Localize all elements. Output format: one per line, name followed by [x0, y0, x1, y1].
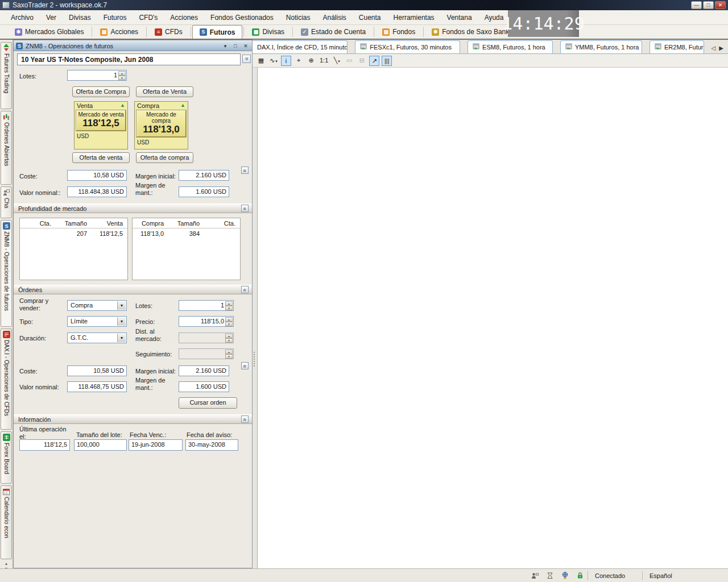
depth-cell[interactable]: 207 — [56, 228, 92, 238]
orders-collapse-button[interactable]: « — [241, 286, 249, 293]
menu-cuenta[interactable]: Cuenta — [353, 11, 387, 24]
sidebar-tab-forex-board[interactable]: Forex Board — [1, 431, 12, 484]
menu-noticias[interactable]: Noticias — [280, 11, 317, 24]
order-type-dropdown[interactable]: Límite▾ — [67, 316, 127, 327]
chart-tab-dax-i-ndice-de-cfd-15-minutos[interactable]: DAX.I, Índice de CFD, 15 minutos — [253, 40, 348, 53]
depth-cell[interactable]: 118'12,5 — [92, 228, 127, 238]
sell-offer-button[interactable]: Oferta de venta — [72, 152, 130, 163]
menu-cfd-s[interactable]: CFD's — [133, 11, 164, 24]
spinner-down-icon[interactable]: ▾ — [118, 76, 126, 80]
toolbar-acciones[interactable]: ▤Acciones — [93, 25, 145, 39]
close-button[interactable]: ✕ — [715, 1, 726, 9]
network-icon[interactable] — [557, 572, 573, 579]
bar-style-icon[interactable]: ||| — [382, 56, 392, 66]
hourglass-icon[interactable] — [543, 572, 557, 579]
dropdown-arrow-icon[interactable]: ▾ — [117, 301, 126, 310]
spinner-up-icon[interactable]: ▴ — [225, 301, 233, 306]
sidebar-tab-futures-trading[interactable]: Futures Trading — [1, 42, 12, 109]
depth-cell[interactable]: 384 — [168, 228, 204, 238]
collapse-button[interactable]: « — [241, 167, 249, 174]
buy-sell-dropdown[interactable]: Compra▾ — [67, 300, 127, 311]
dropdown-arrow-icon[interactable]: ▾ — [275, 59, 278, 63]
toolbar-cfds[interactable]: ≡CFDs — [148, 25, 189, 39]
dropdown-arrow-icon[interactable]: ▾ — [338, 59, 340, 63]
dropdown-arrow-icon[interactable]: ▾ — [117, 317, 126, 326]
place-order-button[interactable]: Cursar orden — [179, 397, 237, 409]
sidebar-tab-znm8-operaciones-de-futuros[interactable]: SZNM8 - Operaciones de futuros — [1, 220, 12, 327]
minimize-button[interactable]: — — [691, 1, 702, 9]
menu-fondos-gestionados[interactable]: Fondos Gestionados — [204, 11, 280, 24]
ask-offer-button[interactable]: Oferta de Venta — [136, 86, 193, 97]
scroll-right-icon[interactable]: ▶ — [719, 45, 723, 51]
information-collapse-button[interactable]: « — [241, 415, 249, 423]
panel-menu-icon[interactable]: ▾ — [221, 43, 229, 49]
order-price-input[interactable]: 118'15,0 ▴▾ — [179, 316, 234, 327]
eraser-icon: ▭ — [344, 56, 354, 66]
sidebar-tab-calendario-econ[interactable]: Calendario econ — [1, 485, 12, 559]
panel-close-icon[interactable]: ✕ — [242, 43, 250, 49]
menu-acciones[interactable]: Acciones — [164, 11, 204, 24]
sidebar-tab-label: Ordenes Abiertas — [3, 122, 10, 166]
distance-label: Dist. al mercado: — [135, 328, 175, 343]
sell-market-button[interactable]: Mercado de venta 118'12,5 — [76, 110, 126, 131]
buy-market-button[interactable]: Mercado de compra 118'13,0 — [136, 110, 186, 137]
window-titlebar[interactable]: SaxoTrader 2 - workspace.ok.7 — □ ✕ — [0, 0, 728, 10]
spinner-down-icon[interactable]: ▾ — [225, 322, 233, 326]
fit-scale-icon[interactable]: ↗ — [369, 56, 379, 66]
chart-tab-fesxc1-futuros-30-minutos[interactable]: FESXc1, Futuros, 30 minutos — [355, 40, 460, 53]
menu-herramientas[interactable]: Herramientas — [387, 11, 441, 24]
toolbar-estado-de-cuenta[interactable]: ✓Estado de Cuenta — [294, 25, 373, 39]
menu-ver[interactable]: Ver — [40, 11, 63, 24]
market-depth-collapse-button[interactable]: « — [241, 205, 249, 212]
indicators-icon[interactable]: ∿▾ — [268, 56, 279, 66]
spinner-down-icon[interactable]: ▾ — [225, 306, 233, 310]
menu-futuros[interactable]: Futuros — [97, 11, 133, 24]
info-icon[interactable]: i — [281, 56, 291, 66]
line-tool-icon[interactable]: ╲▾ — [332, 56, 342, 66]
scroll-left-icon[interactable]: ◁ — [712, 45, 716, 51]
sell-price: 118'12,5 — [77, 118, 125, 129]
menu-an-lisis[interactable]: Análisis — [316, 11, 352, 24]
restore-button[interactable]: □ — [703, 1, 714, 9]
dropdown-arrow-icon[interactable]: ▾ — [117, 334, 126, 342]
chart-tab-esm8-futuros-1-hora[interactable]: ESM8, Futuros, 1 hora — [468, 40, 553, 53]
bid-offer-button[interactable]: Oferta de Compra — [72, 86, 130, 97]
order-lots-input[interactable]: 1 ▴▾ — [179, 300, 234, 311]
menu-archivo[interactable]: Archivo — [5, 11, 40, 24]
crosshair-icon[interactable]: ⌖ — [293, 56, 304, 66]
duration-dropdown[interactable]: G.T.C.▾ — [67, 332, 127, 343]
chart-tab-er2m8-futur[interactable]: ER2M8, Futur — [650, 40, 704, 53]
toolbar-divisas[interactable]: ▦Divisas — [245, 25, 291, 39]
buy-offer-button[interactable]: Oferta de compra — [136, 152, 193, 163]
sidebar-tab-cha[interactable]: Cha — [1, 186, 12, 218]
menu-divisas[interactable]: Divisas — [63, 11, 97, 24]
grid-icon[interactable]: ▦ — [256, 56, 266, 66]
collapse-button[interactable]: « — [241, 362, 249, 369]
instrument-expand-button[interactable]: « — [242, 55, 251, 63]
panel-pin-icon[interactable]: □ — [231, 43, 239, 49]
toolbar-futuros[interactable]: SFuturos — [192, 25, 243, 39]
trailing-label: Seguimiento: — [135, 351, 172, 358]
chart-tab-label: FESXc1, Futuros, 30 minutos — [370, 44, 452, 51]
spinner-up-icon[interactable]: ▴ — [118, 71, 126, 76]
depth-cell[interactable]: 118'13,0 — [133, 228, 168, 238]
panel-titlebar[interactable]: S ZNM8 - Operaciones de futuros ▾ □ ✕ — [14, 41, 252, 51]
zoom-icon[interactable]: ⊕ — [306, 56, 316, 66]
user-icon[interactable] — [527, 572, 543, 579]
depth-cell[interactable] — [20, 228, 56, 238]
toolbar-mercados-globales[interactable]: ✱Mercados Globales — [8, 25, 90, 39]
panel-splitter[interactable] — [253, 68, 258, 568]
menu-ventana[interactable]: Ventana — [441, 11, 478, 24]
depth-cell[interactable] — [204, 228, 240, 238]
chart-tab-ymm8-futuros-1-hora[interactable]: YMM8, Futuros, 1 hora — [560, 40, 642, 53]
divider — [423, 27, 424, 37]
instrument-name[interactable]: 10 Year US T-Notes Composite, Jun 2008 — [17, 53, 241, 65]
sidebar-tab-dax-i-operaciones-de-cfds[interactable]: DAX.I - Operaciones de CFDs — [1, 329, 12, 430]
lock-icon[interactable] — [573, 572, 588, 579]
lots-input[interactable]: 1 ▴▾ — [67, 70, 127, 81]
sidebar-tab-ordenes-abiertas[interactable]: Ordenes Abiertas — [1, 111, 12, 185]
toolbar-fondos[interactable]: ▤Fondos — [375, 25, 422, 39]
spinner-up-icon[interactable]: ▴ — [225, 317, 233, 322]
one-to-one-icon[interactable]: 1:1 — [318, 56, 329, 66]
price-chart[interactable] — [253, 40, 728, 568]
